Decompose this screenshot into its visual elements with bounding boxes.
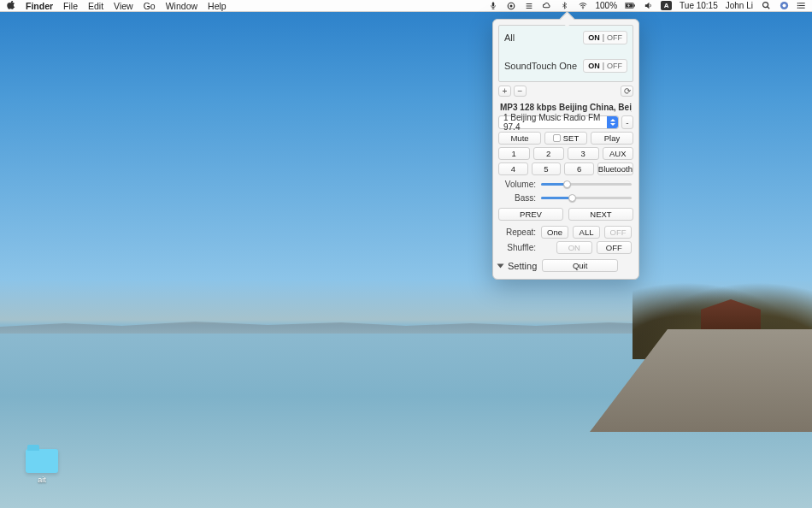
- battery-icon[interactable]: [625, 1, 635, 11]
- chevron-updown-icon: [607, 116, 618, 128]
- wifi-icon[interactable]: [578, 1, 588, 11]
- desktop-wallpaper: [0, 0, 812, 508]
- shuffle-label: Shuffle:: [500, 243, 536, 252]
- menubar-help[interactable]: Help: [208, 1, 227, 11]
- menu-extra-1-icon[interactable]: [506, 1, 516, 11]
- volume-slider[interactable]: [541, 179, 632, 189]
- next-button[interactable]: NEXT: [568, 208, 633, 221]
- aux-button[interactable]: AUX: [603, 147, 634, 160]
- preset-6-button[interactable]: 6: [564, 162, 594, 175]
- device-all-onoff[interactable]: ON | OFF: [583, 31, 627, 44]
- device-row-1[interactable]: SoundTouch One ON | OFF: [499, 53, 633, 81]
- menubar-app[interactable]: Finder: [26, 1, 53, 11]
- device-all-off[interactable]: OFF: [607, 33, 622, 42]
- stream-info: MP3 128 kbps Beijing China, Beijing Musi: [500, 103, 632, 112]
- prev-button[interactable]: PREV: [498, 208, 563, 221]
- menubar-view[interactable]: View: [114, 1, 133, 11]
- menubar-user[interactable]: John Li: [726, 1, 753, 10]
- menu-extra-2-icon[interactable]: [524, 1, 534, 11]
- svg-point-9: [797, 3, 798, 3]
- device-all-on[interactable]: ON: [588, 33, 600, 42]
- svg-point-1: [509, 4, 512, 7]
- repeat-label: Repeat:: [500, 227, 536, 237]
- mic-icon[interactable]: [488, 1, 498, 11]
- device-1-off[interactable]: OFF: [607, 62, 622, 70]
- bluetooth-icon[interactable]: [560, 1, 570, 11]
- station-remove-button[interactable]: -: [621, 115, 633, 129]
- play-button[interactable]: Play: [591, 132, 633, 145]
- repeat-all-button[interactable]: ALL: [573, 226, 600, 239]
- svg-point-11: [797, 8, 798, 9]
- shuffle-on-button[interactable]: ON: [556, 241, 592, 254]
- input-source-icon[interactable]: A: [661, 1, 672, 10]
- disclosure-triangle-icon[interactable]: [497, 263, 504, 268]
- preset-3-button[interactable]: 3: [568, 147, 599, 160]
- bass-label: Bass:: [500, 193, 536, 203]
- device-1-onoff[interactable]: ON | OFF: [583, 59, 627, 73]
- svg-rect-4: [634, 4, 635, 6]
- folder-label: ait: [38, 476, 46, 484]
- wallpaper-pier: [590, 329, 812, 432]
- repeat-off-button[interactable]: OFF: [604, 226, 632, 239]
- mute-button[interactable]: Mute: [498, 132, 541, 145]
- menubar-go[interactable]: Go: [144, 1, 156, 11]
- shuffle-off-button[interactable]: OFF: [597, 241, 633, 254]
- folder-icon: [26, 449, 58, 473]
- volume-label: Volume:: [500, 180, 536, 189]
- bass-slider[interactable]: [541, 192, 632, 203]
- volume-icon[interactable]: [643, 1, 653, 11]
- battery-percent[interactable]: 100%: [596, 1, 618, 10]
- device-row-all[interactable]: All ON | OFF: [499, 26, 633, 53]
- bluetooth-button[interactable]: Bluetooth: [597, 162, 633, 175]
- device-name: All: [504, 32, 515, 43]
- apple-menu-icon[interactable]: [5, 1, 15, 11]
- device-toolbar: + − ⟳: [498, 84, 633, 100]
- preset-4-button[interactable]: 4: [498, 162, 528, 175]
- svg-point-8: [782, 3, 786, 7]
- menubar-clock[interactable]: Tue 10:15: [680, 1, 718, 10]
- preset-5-button[interactable]: 5: [532, 162, 562, 175]
- setting-label[interactable]: Setting: [508, 261, 537, 271]
- svg-point-2: [582, 8, 583, 9]
- svg-point-10: [797, 5, 798, 6]
- desktop-folder[interactable]: ait: [26, 449, 58, 484]
- remove-device-button[interactable]: −: [514, 86, 527, 97]
- preset-1-button[interactable]: 1: [498, 147, 530, 160]
- set-button[interactable]: SET: [544, 132, 587, 145]
- menubar-file[interactable]: File: [63, 1, 78, 11]
- station-select-label: 1 Beijing Music Radio FM 97.4: [503, 113, 606, 132]
- station-select[interactable]: 1 Beijing Music Radio FM 97.4: [498, 115, 619, 129]
- repeat-one-button[interactable]: One: [541, 226, 568, 239]
- add-device-button[interactable]: +: [498, 86, 511, 97]
- set-label: SET: [563, 133, 579, 143]
- soundtouch-panel: All ON | OFF SoundTouch One ON | OFF + −…: [492, 19, 639, 280]
- notification-center-icon[interactable]: [797, 1, 807, 11]
- menubar-edit[interactable]: Edit: [88, 1, 103, 11]
- sep: |: [603, 62, 604, 70]
- menubar: Finder File Edit View Go Window Help 100…: [0, 0, 812, 12]
- quit-button[interactable]: Quit: [542, 259, 618, 272]
- slider-thumb[interactable]: [563, 180, 571, 188]
- device-1-on[interactable]: ON: [588, 62, 600, 70]
- svg-point-6: [762, 3, 768, 8]
- set-checkbox[interactable]: [553, 134, 561, 142]
- device-list: All ON | OFF SoundTouch One ON | OFF: [498, 25, 633, 82]
- slider-thumb[interactable]: [568, 194, 576, 202]
- cloud-icon[interactable]: [542, 1, 552, 11]
- preset-2-button[interactable]: 2: [533, 147, 565, 160]
- spotlight-icon[interactable]: [761, 1, 771, 11]
- menubar-window[interactable]: Window: [166, 1, 197, 11]
- slider-fill: [541, 197, 572, 199]
- sep: |: [603, 33, 604, 42]
- device-name: SoundTouch One: [504, 61, 577, 71]
- refresh-button[interactable]: ⟳: [621, 86, 633, 97]
- menu-extra-3-icon[interactable]: [779, 1, 789, 11]
